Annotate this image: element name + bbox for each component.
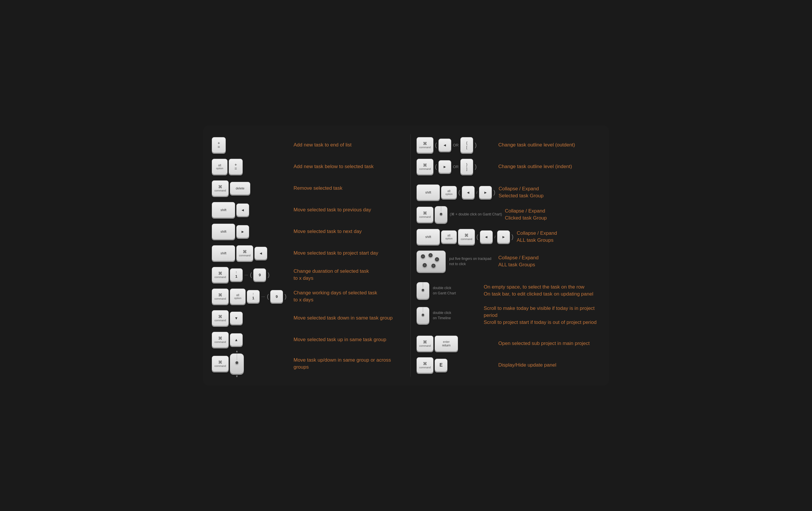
desc-five-fingers: Collapse / Expand ALL task Groups xyxy=(495,254,600,268)
shortcuts-container: + = Add new task to end of list alt opti… xyxy=(203,126,609,385)
key-shift-3: shift xyxy=(212,245,235,261)
cmd-label-6: command xyxy=(214,341,226,344)
key-shift-r2: shift xyxy=(416,229,440,245)
key-alt-r2: alt option xyxy=(441,231,457,243)
key-cmd-5: ⌘ command xyxy=(212,310,229,326)
paren-close-r5: ) xyxy=(511,234,514,240)
paren-close-r3: ) xyxy=(493,189,496,196)
bracket-close-sym: ] xyxy=(466,167,467,171)
keys-toggle-panel: ⌘ command E xyxy=(416,357,495,373)
finger-1 xyxy=(421,254,425,259)
keys-remove: ⌘ command delete xyxy=(212,180,291,196)
keys-next-day: shift ► xyxy=(212,224,291,239)
cmd-label-3: command xyxy=(214,276,226,278)
desc-move-down: Move selected task down in same task gro… xyxy=(291,315,402,322)
arrow-left-r3: ◄ xyxy=(466,190,470,195)
desc-remove: Remove selected task xyxy=(291,185,402,192)
num9-label: 9 xyxy=(259,273,261,277)
key-cmd-6: ⌘ command xyxy=(212,332,229,348)
mouse-body-dg xyxy=(416,282,429,299)
close-paren-1: ) xyxy=(267,272,270,278)
keys-project-start: shift ⌘ command ◄ xyxy=(212,245,291,261)
right-column: ⌘ command ( ◄ OR { [ ) Change task outli… xyxy=(410,134,600,377)
key-brace-close: } ] xyxy=(460,159,473,174)
desc-working-days: Change working days of selected task to … xyxy=(291,289,402,303)
key-plus-eq-2: + = xyxy=(229,159,243,174)
shortcut-dblclick-timeline: double clickon Timeline Scroll to make t… xyxy=(416,302,600,329)
arrow-right-r3: ► xyxy=(484,190,488,195)
shortcut-open-sub: ⌘ command enter return Open selected sub… xyxy=(416,333,600,354)
shortcut-next-day: shift ► Move selected task to next day xyxy=(212,221,402,242)
key-alt-1: alt option xyxy=(212,159,228,174)
key-delete: delete xyxy=(230,182,250,195)
key-shift-2: shift xyxy=(212,224,235,239)
desc-duration: Change duaration of selected task to x d… xyxy=(291,268,402,282)
key-brace-open: { [ xyxy=(460,137,473,153)
arrow-right-1: ► xyxy=(241,230,245,234)
alt-top-r1: alt xyxy=(447,189,451,193)
cmd-label-r9: command xyxy=(419,366,431,369)
shift-label-3: shift xyxy=(221,251,226,255)
cmd-label-r2: command xyxy=(419,167,431,170)
key-arrow-left-2: ◄ xyxy=(254,247,267,260)
desc-collapse-selected: Collapse / Expand Selected task Group xyxy=(496,185,600,199)
shortcut-drag: ⌘ command ▲ ▼ Move task up/down in same … xyxy=(212,350,402,377)
trackpad-icon xyxy=(416,250,446,272)
dots-2: ··· xyxy=(261,294,265,299)
open-paren-1: ( xyxy=(250,272,252,278)
shift-label-r2: shift xyxy=(425,235,431,239)
enter-bottom: return xyxy=(442,344,451,347)
key-arrow-right-r5: ► xyxy=(497,231,510,243)
keys-five-fingers: put five fingers on trackpadnot to click xyxy=(416,250,495,272)
keys-open-sub: ⌘ command enter return xyxy=(416,335,495,351)
mouse-div-dt xyxy=(423,307,423,313)
shortcut-move-up: ⌘ command ▲ Move selected task up in sam… xyxy=(212,329,402,350)
trackpad-label: put five fingers on trackpadnot to click xyxy=(447,256,491,267)
keys-dblclick-timeline: double clickon Timeline xyxy=(416,307,481,324)
num1-label-2: 1 xyxy=(252,296,254,300)
cmd-symbol-3: ⌘ xyxy=(218,271,222,275)
cmd-label-r4: command xyxy=(419,215,431,218)
arrow-right-r5: ► xyxy=(502,235,505,239)
mouse-arrow-down: ▼ xyxy=(235,375,239,378)
alt-bottom-2: option xyxy=(234,297,241,300)
desc-collapse-clicked: Collapse / Expand Clicked task Group xyxy=(502,208,600,222)
keys-prev-day: shift ◄ xyxy=(212,202,291,218)
mouse-dot-r4 xyxy=(440,213,442,215)
paren-open-r3: ( xyxy=(458,189,461,196)
key-arrow-right-r2: ► xyxy=(438,160,451,173)
shortcut-working-days: ⌘ command alt option ! 1 ··· ( 9 ) Chang xyxy=(212,286,402,307)
cmd-symbol-r2: ⌘ xyxy=(423,163,427,167)
cmd-label-4: command xyxy=(214,297,226,300)
enter-top: enter xyxy=(443,340,450,344)
cmd-label-r8: command xyxy=(419,344,431,347)
brace-close-sym: } xyxy=(466,162,467,167)
mouse-body xyxy=(230,353,244,374)
dblclick-gantt-label: (⌘ + double click on Gantt Chart) xyxy=(448,212,502,217)
eq-symbol: = xyxy=(218,145,220,149)
keys-outdent: ⌘ command ( ◄ OR { [ ) xyxy=(416,137,495,153)
shortcut-toggle-panel: ⌘ command E Display/Hide update panel xyxy=(416,354,600,376)
paren-open-r1: ( xyxy=(435,142,437,149)
keys-collapse-all: shift alt option ⌘ command ( ◄ / ► xyxy=(416,229,514,245)
cmd-label-r5: command xyxy=(461,238,472,241)
key-cmd-r5: ⌘ command xyxy=(458,229,475,245)
key-cmd-3: ⌘ command xyxy=(212,267,229,283)
key-arrow-right-1: ► xyxy=(236,225,249,238)
mouse-div-r4 xyxy=(441,206,441,212)
key-alt-r1: alt option xyxy=(441,186,457,199)
desc-add-end: Add new task to end of list xyxy=(291,141,402,149)
plus-symbol: + xyxy=(218,141,220,145)
desc-move-up: Move selected task up in same task group xyxy=(291,336,402,343)
desc-indent: Change task outline level (indent) xyxy=(495,163,600,170)
dblclick-gantt-text: double clickon Gantt Chart xyxy=(431,285,456,296)
key-arrow-left-r3: ◄ xyxy=(462,186,475,199)
shortcut-duration: ⌘ command ! 1 ··· ( 9 ) Change duaration… xyxy=(212,264,402,286)
arrow-left-1: ◄ xyxy=(241,208,245,212)
key-arrow-right-r3: ► xyxy=(479,186,492,199)
paren-open-r5: ( xyxy=(476,234,479,240)
key-shift-1: shift xyxy=(212,202,235,218)
arrow-left-r5: ◄ xyxy=(484,235,488,239)
or-text-r1: OR xyxy=(453,143,460,147)
mouse-dot-dg xyxy=(422,289,424,291)
